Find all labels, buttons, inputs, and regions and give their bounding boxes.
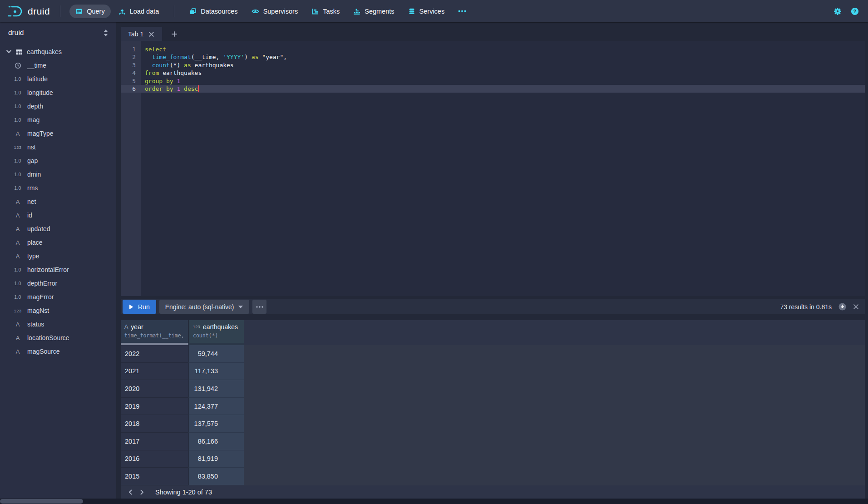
text-cursor (198, 85, 199, 92)
int-type-icon: 123 (12, 145, 24, 150)
column-item-magError[interactable]: 1.0magError (0, 290, 116, 304)
column-item-__time[interactable]: __time (0, 59, 116, 72)
nav-item-more[interactable] (452, 7, 472, 15)
column-header-earthquakes[interactable]: 123 earthquakes count(*) (188, 320, 244, 343)
line-code: group by 1 (141, 77, 180, 85)
column-item-gap[interactable]: 1.0gap (0, 154, 116, 168)
column-name: type (27, 252, 39, 260)
column-item-id[interactable]: Aid (0, 208, 116, 222)
column-item-type[interactable]: Atype (0, 249, 116, 263)
column-name: magSource (27, 348, 60, 355)
brand[interactable]: druid (6, 5, 52, 18)
string-type-icon: A (124, 324, 128, 330)
column-name: status (27, 321, 44, 328)
nav-item-segments[interactable]: Segments (347, 5, 400, 18)
engine-select-button[interactable]: Engine: auto (sql-native) (159, 300, 250, 314)
earthquakes-cell[interactable]: 81,919 (188, 450, 244, 468)
earthquakes-cell[interactable]: 83,850 (188, 468, 244, 485)
chevron-right-icon (139, 489, 145, 495)
earthquakes-cell[interactable]: 86,166 (188, 433, 244, 450)
column-item-status[interactable]: Astatus (0, 317, 116, 331)
nav-item-label: Services (419, 8, 445, 15)
column-item-locationSource[interactable]: AlocationSource (0, 331, 116, 345)
earthquakes-cell[interactable]: 137,575 (188, 415, 244, 433)
column-item-magSource[interactable]: AmagSource (0, 345, 116, 358)
settings-gear-icon[interactable] (833, 7, 842, 15)
code-line-5: 5group by 1 (121, 77, 865, 85)
column-header-year[interactable]: A year time_format(__time, … (121, 320, 188, 343)
main-area: Tab 1 1select2 time_format(__time, 'YYYY… (121, 22, 865, 499)
earthquakes-cell[interactable]: 117,133 (188, 363, 244, 380)
column-item-nst[interactable]: 123nst (0, 140, 116, 154)
nav-item-load-data[interactable]: Load data (113, 5, 165, 18)
add-tab-button[interactable] (168, 27, 181, 41)
column-item-updated[interactable]: Aupdated (0, 222, 116, 236)
column-tree: earthquakes__time1.0latitude1.0longitude… (0, 43, 116, 358)
column-item-horizontalError[interactable]: 1.0horizontalError (0, 263, 116, 277)
earthquakes-cell[interactable]: 59,744 (188, 345, 244, 363)
column-item-place[interactable]: Aplace (0, 236, 116, 249)
chevron-left-icon (128, 489, 133, 495)
earthquakes-cell[interactable]: 131,942 (188, 380, 244, 398)
int-type-icon: 123 (12, 308, 24, 313)
year-cell[interactable]: 2022 (121, 345, 188, 363)
run-button[interactable]: Run (123, 300, 156, 314)
column-name: locationSource (27, 334, 69, 341)
str-type-icon: A (12, 198, 24, 205)
year-cell[interactable]: 2017 (121, 433, 188, 450)
column-name: depth (27, 103, 43, 110)
column-item-net[interactable]: Anet (0, 195, 116, 208)
num-type-icon: 1.0 (12, 185, 24, 191)
nav-item-datasources[interactable]: Datasources (183, 5, 243, 18)
engine-label: Engine: auto (sql-native) (165, 303, 234, 311)
year-cell[interactable]: 2015 (121, 468, 188, 485)
year-cell[interactable]: 2021 (121, 363, 188, 380)
query-more-button[interactable] (252, 300, 266, 314)
column-item-dmin[interactable]: 1.0dmin (0, 168, 116, 181)
table-row: 201583,850 (121, 468, 865, 485)
close-tab-icon[interactable] (149, 32, 154, 37)
column-name: magType (27, 130, 54, 137)
earthquakes-cell[interactable]: 124,377 (188, 398, 244, 415)
column-item-longitude[interactable]: 1.0longitude (0, 86, 116, 99)
nav-item-query[interactable]: Query (69, 5, 111, 18)
year-cell[interactable]: 2016 (121, 450, 188, 468)
column-item-rms[interactable]: 1.0rms (0, 181, 116, 195)
column-item-depthError[interactable]: 1.0depthError (0, 277, 116, 290)
column-item-magNst[interactable]: 123magNst (0, 304, 116, 317)
column-item-latitude[interactable]: 1.0latitude (0, 72, 116, 86)
page-horizontal-scrollbar[interactable] (0, 499, 868, 504)
column-item-magType[interactable]: AmagType (0, 127, 116, 140)
results-panel: A year time_format(__time, … 123 earthqu… (121, 320, 865, 499)
schema-selector[interactable]: druid (0, 22, 116, 43)
nav-item-tasks[interactable]: Tasks (306, 5, 345, 18)
year-cell[interactable]: 2018 (121, 415, 188, 433)
column-item-mag[interactable]: 1.0mag (0, 113, 116, 127)
code-line-3: 3 count(*) as earthquakes (121, 61, 865, 69)
str-type-icon: A (12, 130, 24, 137)
column-item-depth[interactable]: 1.0depth (0, 99, 116, 113)
table-item-earthquakes[interactable]: earthquakes (0, 45, 116, 59)
help-icon[interactable]: ? (851, 7, 859, 15)
sql-editor[interactable]: 1select2 time_format(__time, 'YYYY') as … (121, 41, 865, 296)
column-expression: count(*) (193, 332, 240, 339)
year-cell[interactable]: 2020 (121, 380, 188, 398)
sort-double-caret-icon[interactable] (104, 30, 108, 36)
nav-item-supervisors[interactable]: Supervisors (246, 5, 304, 18)
nav-item-label: Load data (130, 8, 159, 15)
close-results-icon[interactable] (853, 304, 859, 310)
previous-page-button[interactable] (124, 486, 136, 498)
navbar-divider (174, 5, 174, 17)
next-page-button[interactable] (136, 486, 148, 498)
page-scrollbar-thumb[interactable] (0, 499, 83, 504)
editor-lines: 1select2 time_format(__time, 'YYYY') as … (121, 41, 865, 93)
nav-item-services[interactable]: Services (402, 5, 451, 18)
line-number: 5 (121, 77, 141, 85)
segments-icon (353, 8, 360, 15)
pagination-label: Showing 1-20 of 73 (155, 489, 212, 496)
table-row: 201681,919 (121, 450, 865, 468)
nav-item-label: Segments (365, 8, 394, 15)
download-icon[interactable] (838, 303, 846, 311)
year-cell[interactable]: 2019 (121, 398, 188, 415)
tab-query-1[interactable]: Tab 1 (121, 27, 162, 41)
